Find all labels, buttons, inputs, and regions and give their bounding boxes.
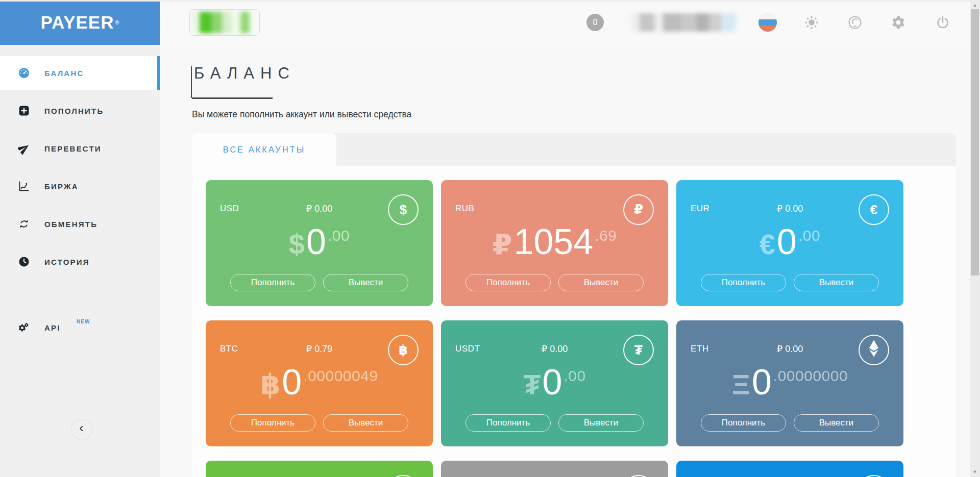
notification-badge[interactable]: 0: [586, 14, 604, 31]
tab-all-accounts[interactable]: ВСЕ АККАУНТЫ: [192, 133, 336, 166]
deposit-button[interactable]: Пополнить: [701, 274, 786, 291]
payeer-logo[interactable]: PAYEER®: [0, 0, 160, 45]
account-card-eth: ETH₽ 0.00Ξ0.00000000ПополнитьВывести: [676, 320, 903, 446]
amount-symbol: ₮: [523, 370, 541, 399]
account-card-usdt: USDT₽ 0.00₮₮0.00ПополнитьВывести: [441, 320, 668, 446]
currency-code: RUB: [455, 204, 474, 214]
exchange-chart-icon: [17, 180, 31, 193]
scrollbar-thumb[interactable]: [971, 9, 979, 275]
usd-symbol-icon: $: [400, 202, 407, 218]
balance-amount: $0.00: [206, 224, 433, 260]
amount-fraction: .00000000: [773, 368, 848, 384]
tabs-bar: ВСЕ АККАУНТЫ: [192, 133, 956, 166]
sidebar-item-swap[interactable]: ОБМЕНЯТЬ: [0, 207, 160, 241]
currency-circle-icon: ₮: [623, 335, 654, 365]
balance-amount: ₮0.00: [441, 364, 668, 400]
sidebar-item-label: ПОПОЛНИТЬ: [44, 107, 104, 115]
amount-whole: 0: [543, 364, 562, 400]
currency-circle-icon: [859, 475, 889, 477]
topbar: 0: [160, 0, 980, 45]
btc-symbol-icon: ฿: [399, 342, 408, 358]
accounts-panel: ВСЕ АККАУНТЫ USD₽ 0.00$$0.00ПополнитьВыв…: [192, 133, 956, 477]
withdraw-button[interactable]: Вывести: [558, 414, 644, 432]
account-card-btc: BTC₽ 0.79฿฿0.00000049ПополнитьВывести: [206, 320, 433, 446]
new-badge: NEW: [77, 319, 90, 324]
russian-flag-icon[interactable]: [758, 13, 777, 32]
card-actions: ПополнитьВывести: [701, 274, 879, 291]
gauge-icon: [17, 66, 31, 80]
account-card-partial: [206, 461, 433, 477]
amount-fraction: .00: [564, 368, 585, 384]
swap-icon: [17, 217, 31, 231]
account-card-rub: RUB₽₽1054.69ПополнитьВывести: [441, 180, 668, 306]
amount-symbol: ₽: [493, 230, 512, 259]
deposit-plus-icon: [17, 104, 31, 117]
rub-symbol-icon: ₽: [634, 202, 643, 218]
settings-gear-icon[interactable]: [890, 14, 906, 31]
amount-whole: 0: [282, 364, 302, 400]
card-actions: ПополнитьВывести: [230, 274, 408, 291]
account-id-censored[interactable]: [631, 13, 736, 32]
sidebar-item-api[interactable]: APINEW: [0, 311, 160, 344]
amount-whole: 1054: [514, 224, 594, 260]
scrollbar-up-arrow[interactable]: ▲: [970, 1, 980, 9]
power-icon[interactable]: [935, 14, 951, 31]
withdraw-button[interactable]: Вывести: [323, 414, 408, 432]
amount-whole: 0: [777, 224, 797, 260]
card-actions: ПополнитьВывести: [230, 414, 408, 432]
sidebar-item-label: БАЛАНС: [44, 69, 84, 78]
withdraw-button[interactable]: Вывести: [558, 274, 644, 291]
sidebar-nav: БАЛАНСПОПОЛНИТЬПЕРЕВЕСТИБИРЖАОБМЕНЯТЬИСТ…: [0, 56, 160, 344]
balance-amount: ₽1054.69: [441, 224, 668, 260]
currency-circle-icon: €: [859, 194, 889, 225]
sidebar-collapse-button[interactable]: [71, 419, 92, 440]
sidebar-item-label: API: [44, 323, 61, 332]
currency-circle-icon: [388, 475, 419, 477]
censored-balance-widget: [189, 9, 260, 36]
withdraw-button[interactable]: Вывести: [323, 274, 408, 291]
withdraw-button[interactable]: Вывести: [794, 274, 879, 291]
deposit-button[interactable]: Пополнить: [465, 414, 551, 432]
brightness-icon[interactable]: [803, 14, 820, 31]
currency-circle-icon: [859, 335, 889, 365]
account-card-eur: EUR₽ 0.00€€0.00ПополнитьВывести: [676, 180, 903, 306]
amount-symbol: ฿: [260, 370, 280, 399]
deposit-button[interactable]: Пополнить: [230, 414, 315, 432]
card-actions: ПополнитьВывести: [701, 414, 879, 432]
sidebar-item-label: ИСТОРИЯ: [44, 258, 90, 266]
balance-amount: Ξ0.00000000: [676, 364, 903, 400]
tab-label: ВСЕ АККАУНТЫ: [223, 145, 306, 155]
deposit-button[interactable]: Пополнить: [701, 414, 786, 432]
sidebar-item-label: ОБМЕНЯТЬ: [44, 220, 97, 229]
balance-amount: ฿0.00000049: [206, 364, 433, 400]
withdraw-button[interactable]: Вывести: [794, 414, 879, 432]
account-card-usd: USD₽ 0.00$$0.00ПополнитьВывести: [206, 180, 433, 306]
sidebar-item-exchange[interactable]: БИРЖА: [0, 169, 160, 203]
sidebar-item-deposit[interactable]: ПОПОЛНИТЬ: [0, 94, 160, 128]
notification-count: 0: [593, 18, 598, 27]
account-card-partial: [676, 461, 903, 477]
api-gears-icon: [17, 321, 31, 334]
sidebar-item-balance[interactable]: БАЛАНС: [0, 56, 160, 90]
sidebar-item-history[interactable]: ИСТОРИЯ: [0, 245, 160, 279]
sidebar-item-transfer[interactable]: ПЕРЕВЕСТИ: [0, 132, 160, 165]
deposit-button[interactable]: Пополнить: [230, 274, 315, 291]
amount-symbol: $: [289, 230, 305, 259]
card-actions: ПополнитьВывести: [465, 414, 644, 432]
page-subtitle: Вы можете пополнить аккаунт или вывести …: [192, 109, 411, 120]
vertical-scrollbar: ▲ ▼: [970, 0, 980, 477]
sidebar: PAYEER® БАЛАНСПОПОЛНИТЬПЕРЕВЕСТИБИРЖАОБМ…: [0, 0, 160, 477]
scrollbar-down-arrow[interactable]: ▼: [970, 468, 980, 476]
history-clock-icon: [17, 255, 31, 268]
amount-fraction: .69: [595, 228, 617, 243]
window-top-edge: [0, 0, 980, 2]
currency-circle-icon: [623, 475, 654, 477]
page-title: БАЛАНС: [194, 64, 296, 83]
support-icon[interactable]: [847, 14, 863, 31]
registered-mark: ®: [115, 19, 119, 26]
deposit-button[interactable]: Пополнить: [465, 274, 551, 291]
ethereum-icon: [868, 339, 880, 361]
eur-symbol-icon: €: [870, 202, 877, 218]
amount-whole: 0: [306, 224, 326, 260]
balance-amount: €0.00: [676, 224, 903, 260]
